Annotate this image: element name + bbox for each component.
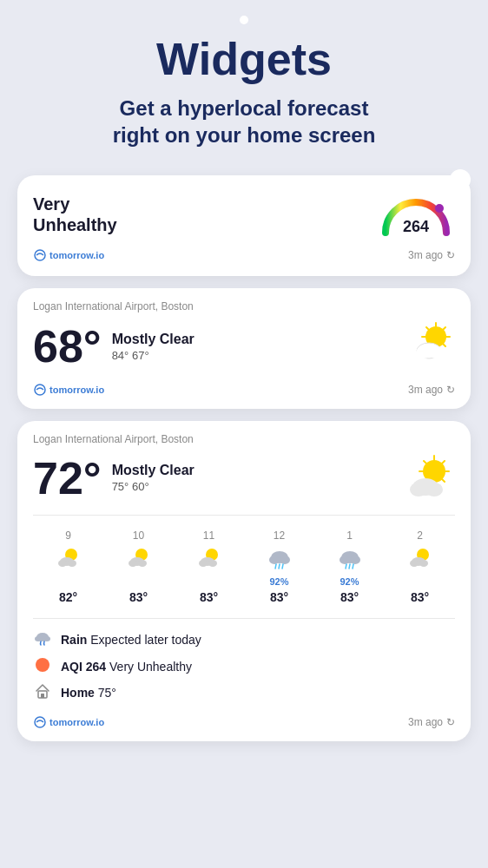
aqi-number: 264 <box>403 218 429 236</box>
hourly-item-12: 12 92% 83° <box>244 529 314 604</box>
alert-aqi: AQI 264 Very Unhealthy <box>33 658 455 676</box>
weather-extended-footer: tomorrow.io 3m ago ↻ <box>33 715 455 729</box>
hourly-item-11: 11 83° <box>174 529 244 604</box>
svg-line-42 <box>275 564 276 569</box>
alert-home: Home 75° <box>33 683 455 703</box>
weather-simple-time: 3m ago ↻ <box>408 384 455 396</box>
aqi-time-ago: 3m ago ↻ <box>408 249 455 261</box>
hourly-item-1: 1 92% 83° <box>314 529 385 604</box>
refresh-icon[interactable]: ↻ <box>446 249 455 261</box>
white-dot-decoration <box>450 169 471 190</box>
hour-icon-11 <box>197 545 221 573</box>
rain-chance-10 <box>137 576 140 587</box>
weather-simple-widget: Logan International Airport, Boston 68° … <box>17 288 471 409</box>
weather-extended-top: 72° Mostly Clear 75° 60° <box>33 452 455 504</box>
hourly-item-10: 10 83° <box>103 529 174 604</box>
hour-temp-11: 83° <box>200 590 218 604</box>
hour-icon-1 <box>338 545 362 573</box>
weather-simple-brand-text: tomorrow.io <box>49 385 104 395</box>
rain-alert-icon <box>33 629 52 651</box>
aqi-brand-logo: tomorrow.io <box>33 248 104 262</box>
hour-label-10: 10 <box>133 529 144 542</box>
svg-point-26 <box>425 483 443 496</box>
svg-line-48 <box>346 564 346 569</box>
svg-point-53 <box>410 560 419 567</box>
weather-extended-range: 75° 60° <box>112 480 195 493</box>
rain-chance-9 <box>67 576 69 587</box>
svg-line-22 <box>442 461 445 464</box>
weather-extended-widget: Logan International Airport, Boston 72° … <box>17 421 471 741</box>
aqi-gauge-block: 264 <box>377 189 455 240</box>
hour-label-1: 1 <box>346 529 353 542</box>
page-header: Widgets Get a hyperlocal forecastright o… <box>0 0 488 167</box>
svg-point-29 <box>58 560 67 567</box>
svg-point-33 <box>129 560 137 567</box>
weather-simple-footer: tomorrow.io 3m ago ↻ <box>33 383 455 397</box>
weather-simple-left: 68° Mostly Clear 84° 67° <box>33 324 195 369</box>
svg-line-21 <box>442 479 445 482</box>
weather-extended-brand: tomorrow.io <box>33 715 104 729</box>
weather-extended-brand-text: tomorrow.io <box>49 717 104 727</box>
hour-icon-12 <box>267 545 292 573</box>
weather-extended-refresh-icon[interactable]: ↻ <box>446 716 455 728</box>
svg-point-25 <box>410 483 427 496</box>
weather-extended-temp: 72° <box>33 456 102 501</box>
page-subtitle: Get a hyperlocal forecastright on your h… <box>26 95 462 148</box>
weather-extended-condition: Mostly Clear <box>112 463 195 478</box>
svg-line-50 <box>353 564 353 569</box>
weather-simple-icon <box>410 319 455 374</box>
rain-chance-2 <box>419 576 421 587</box>
rain-chance-1: 92% <box>340 576 359 587</box>
hour-icon-2 <box>408 545 432 573</box>
weather-simple-location: Logan International Airport, Boston <box>33 300 455 312</box>
widgets-container: VeryUnhealthy <box>0 167 488 767</box>
hour-temp-12: 83° <box>270 590 288 604</box>
svg-line-7 <box>426 327 429 330</box>
svg-line-44 <box>282 564 283 569</box>
top-dot-indicator <box>240 16 248 24</box>
hour-icon-9 <box>56 545 81 573</box>
svg-point-34 <box>138 560 147 567</box>
svg-point-38 <box>208 560 217 567</box>
aqi-brand-text: tomorrow.io <box>49 250 104 260</box>
svg-point-14 <box>35 385 45 395</box>
hourly-item-2: 2 83° <box>385 529 455 604</box>
aqi-widget: VeryUnhealthy <box>17 175 471 276</box>
aqi-alert-icon <box>33 658 52 676</box>
hour-temp-10: 83° <box>129 590 148 604</box>
weather-simple-brand: tomorrow.io <box>33 383 104 397</box>
weather-simple-temp: 68° <box>33 324 102 369</box>
hourly-forecast: 9 82° 10 <box>33 526 455 608</box>
weather-simple-desc: Mostly Clear 84° 67° <box>112 332 195 362</box>
hourly-item-9: 9 82° <box>33 529 103 604</box>
home-alert-icon <box>33 683 52 703</box>
aqi-status-text: VeryUnhealthy <box>33 194 363 235</box>
svg-rect-59 <box>41 694 44 698</box>
hour-temp-1: 83° <box>340 590 359 604</box>
svg-line-8 <box>443 344 445 346</box>
svg-point-37 <box>199 560 208 567</box>
hourly-divider <box>33 515 455 516</box>
svg-point-30 <box>68 560 76 567</box>
rain-chance-12: 92% <box>269 576 288 587</box>
svg-point-46 <box>340 556 350 564</box>
weather-simple-condition: Mostly Clear <box>112 332 195 347</box>
weather-extended-desc: Mostly Clear 75° 60° <box>112 463 195 493</box>
aqi-alert-text: AQI 264 Very Unhealthy <box>61 660 192 674</box>
hour-label-9: 9 <box>65 529 71 542</box>
svg-line-9 <box>443 327 445 330</box>
hour-icon-10 <box>127 545 151 573</box>
svg-point-56 <box>35 636 42 641</box>
aqi-widget-footer: tomorrow.io 3m ago ↻ <box>33 248 455 262</box>
aqi-label-block: VeryUnhealthy <box>33 194 363 235</box>
weather-extended-location: Logan International Airport, Boston <box>33 433 455 445</box>
svg-point-57 <box>43 636 50 641</box>
weather-simple-refresh-icon[interactable]: ↻ <box>446 384 455 396</box>
svg-line-49 <box>349 564 350 569</box>
svg-line-20 <box>424 461 426 464</box>
svg-point-1 <box>35 250 45 260</box>
weather-simple-range: 84° 67° <box>112 349 195 362</box>
svg-point-47 <box>350 556 360 564</box>
rain-chance-11 <box>208 576 210 587</box>
hour-label-11: 11 <box>203 529 214 542</box>
